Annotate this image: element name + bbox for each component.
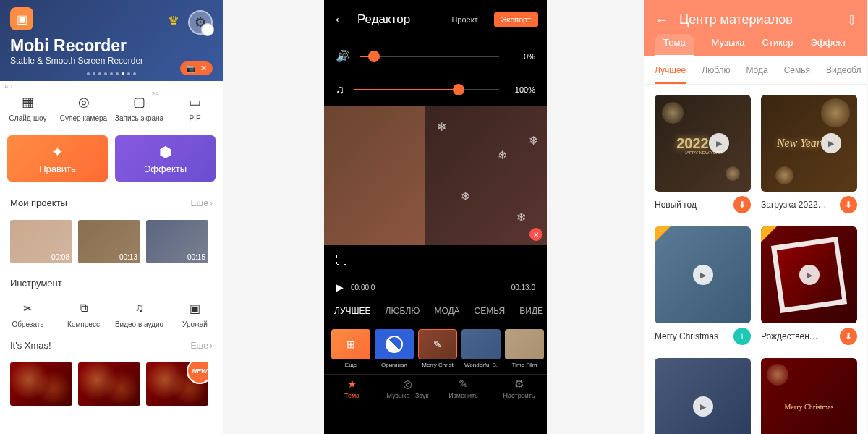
check-icon: ✎	[433, 339, 442, 350]
xmas-thumb[interactable]	[78, 362, 140, 406]
theme-card[interactable]: ▶	[655, 358, 751, 434]
project-thumb[interactable]: 00:15	[146, 220, 208, 263]
instruments-header: Инструмент	[0, 272, 223, 294]
add-button[interactable]: +	[733, 328, 751, 345]
music-icon: ♫	[131, 302, 148, 316]
featured-badge	[761, 226, 777, 242]
tab-family[interactable]: СЕМЬЯ	[475, 306, 506, 316]
theme-more[interactable]: ⊞Еще	[331, 329, 370, 368]
chevron-right-icon: ›	[210, 198, 213, 208]
tab-music[interactable]: Музыка	[712, 37, 745, 56]
project-thumb[interactable]: 00:13	[78, 220, 140, 263]
carousel-dots	[87, 72, 136, 75]
main-buttons: ✦Править ⬢Эффекты	[0, 128, 223, 192]
tab-best[interactable]: ЛУЧШЕЕ	[334, 306, 371, 316]
music-slider-row: ♫ 100%	[324, 73, 547, 106]
camera-icon: 📷	[186, 64, 196, 73]
back-icon[interactable]: ←	[333, 10, 349, 29]
tab-theme[interactable]: Тема	[655, 34, 694, 56]
instrument-row: ✂Обрезать ⧉Компресс ♫Видео в аудио ▣Урож…	[0, 294, 223, 334]
time-end: 00:13.0	[511, 284, 535, 292]
subtab-fashion[interactable]: Мода	[746, 65, 767, 75]
fullscreen-icon[interactable]: ⛶	[324, 245, 547, 276]
subtab-best[interactable]: Лучшее	[655, 65, 686, 75]
project-link[interactable]: Проект	[451, 15, 477, 24]
play-icon[interactable]: ▶	[709, 133, 729, 153]
editor-header: ← Редактор Проект Экспорт	[324, 0, 547, 39]
theme-card[interactable]: ▶ Новый год⬇	[655, 95, 751, 218]
nav-music[interactable]: ◎Музыка · Звук	[380, 378, 435, 399]
remove-effect-icon[interactable]: ✕	[529, 228, 542, 241]
nav-theme[interactable]: ★Тема	[324, 378, 380, 399]
theme-original[interactable]: Оригинал	[375, 329, 414, 368]
harvest-tool[interactable]: ▣Урожай	[167, 302, 223, 328]
export-button[interactable]: Экспорт	[494, 12, 538, 27]
theme-card[interactable]: ▶ Загрузка 2022…⬇	[761, 95, 857, 218]
tab-fashion[interactable]: МОДА	[434, 306, 459, 316]
disc-icon: ◎	[380, 378, 435, 391]
video-audio-tool[interactable]: ♫Видео в аудио	[111, 302, 167, 328]
xmas-thumb[interactable]	[10, 362, 72, 406]
wand-icon: ✦	[51, 143, 64, 161]
theme-grid: ▶ Новый год⬇ ▶ Загрузка 2022…⬇ ▶ Merry C…	[644, 85, 867, 434]
nav-settings[interactable]: ⚙Настроить	[491, 378, 547, 399]
subtab-videoblog[interactable]: Видеобл	[826, 65, 861, 75]
download-button[interactable]: ⬇	[840, 328, 857, 345]
theme-wonderful[interactable]: Wonderful S.	[461, 329, 501, 368]
slideshow-tool[interactable]: ▦Слайд-шоу	[0, 94, 56, 122]
nav-edit[interactable]: ✎Изменить	[435, 378, 491, 399]
volume-slider[interactable]	[360, 56, 499, 57]
theme-timefilm[interactable]: Time Film	[505, 329, 544, 368]
camera-tool[interactable]: ◎Супер камера	[56, 94, 111, 122]
pip-icon: ▭	[185, 94, 205, 110]
projects-more[interactable]: Еще ›	[191, 197, 213, 208]
compress-tool[interactable]: ⧉Компресс	[56, 302, 111, 328]
subtab-family[interactable]: Семья	[784, 65, 810, 75]
time-start: 00:00.0	[351, 284, 375, 292]
theme-thumbnails: ⊞Еще Оригинал ✎Merry Christ Wonderful S.…	[324, 323, 547, 374]
music-slider[interactable]	[354, 89, 499, 90]
music-value: 100%	[509, 85, 535, 94]
edit-button[interactable]: ✦Править	[7, 135, 108, 182]
materials-screen: ← Центр материалов ⇩ Тема Музыка Стикер …	[644, 0, 867, 434]
play-icon[interactable]: ▶	[693, 265, 713, 285]
banner-actions[interactable]: 📷✕	[180, 61, 213, 75]
slideshow-icon: ▦	[18, 94, 38, 110]
chevron-right-icon: ›	[210, 341, 213, 351]
back-icon[interactable]: ←	[655, 12, 669, 28]
play-icon[interactable]: ▶	[821, 133, 841, 153]
screenrec-tool[interactable]: AD▢Запись экрана	[111, 94, 167, 122]
promo-banner[interactable]: ▣ ♛ ⚙ Mobi Recorder Stable & Smooth Scre…	[0, 0, 223, 81]
xmas-more[interactable]: Еще ›	[191, 340, 213, 351]
tool-row: ▦Слайд-шоу ◎Супер камера AD▢Запись экран…	[0, 81, 223, 128]
download-button[interactable]: ⬇	[733, 196, 751, 213]
play-icon[interactable]: ▶	[693, 396, 713, 417]
play-icon[interactable]: ▶	[799, 265, 820, 285]
pip-tool[interactable]: ▭PIP	[167, 94, 223, 122]
xmas-thumb[interactable]: NEW	[146, 362, 208, 406]
theme-card[interactable]: ▶ Рождествен…⬇	[761, 226, 857, 349]
volume-value: 0%	[509, 52, 535, 61]
download-all-icon[interactable]: ⇩	[846, 12, 857, 28]
category-tabs: Тема Музыка Стикер Эффект	[655, 37, 857, 56]
new-badge: NEW	[187, 362, 208, 384]
play-icon[interactable]: ▶	[336, 281, 344, 293]
materials-header: ← Центр материалов ⇩ Тема Музыка Стикер …	[644, 0, 867, 56]
project-thumb[interactable]: 00:08	[10, 220, 72, 263]
theme-merry[interactable]: ✎Merry Christ	[418, 329, 457, 368]
video-preview[interactable]: ❄❄❄❄❄ ✕	[324, 106, 547, 245]
recorder-icon: ▣	[10, 7, 33, 30]
tab-video[interactable]: ВИДЕ	[519, 306, 543, 316]
theme-card[interactable]	[761, 358, 857, 434]
close-icon[interactable]: ✕	[200, 64, 207, 73]
effects-button[interactable]: ⬢Эффекты	[115, 135, 216, 182]
crop-tool[interactable]: ✂Обрезать	[0, 302, 56, 328]
subtab-love[interactable]: Люблю	[702, 65, 730, 75]
tab-effect[interactable]: Эффект	[811, 37, 847, 56]
theme-card[interactable]: ▶ Merry Christmas+	[655, 226, 751, 349]
download-button[interactable]: ⬇	[840, 196, 857, 213]
tab-sticker[interactable]: Стикер	[762, 37, 793, 56]
tab-love[interactable]: ЛЮБЛЮ	[386, 306, 420, 316]
star-icon: ★	[324, 378, 380, 391]
settings-icon[interactable]: ⚙	[188, 10, 213, 35]
